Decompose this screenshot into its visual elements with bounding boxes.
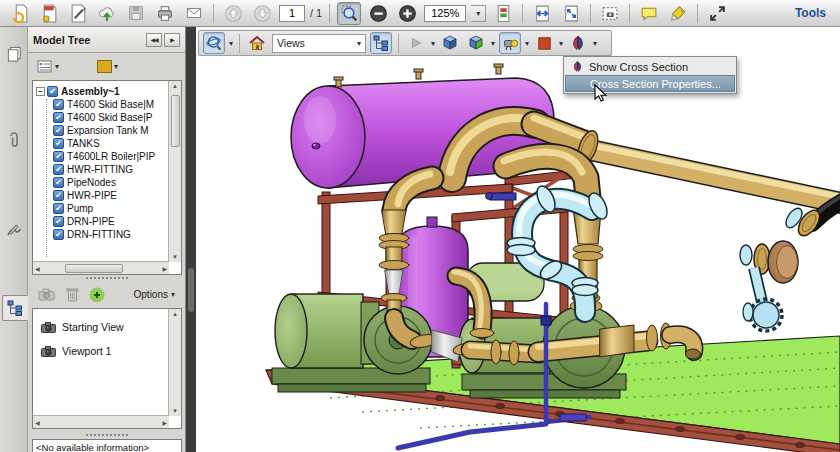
checkbox-checked-icon[interactable]: ✔ bbox=[47, 86, 58, 97]
tree-item-tanks[interactable]: ✔TANKS bbox=[33, 137, 169, 150]
tree-item-drn-pipe[interactable]: ✔DRN-PIPE bbox=[33, 215, 169, 228]
rotate-tool-icon[interactable] bbox=[203, 32, 225, 54]
render-mode-cube-icon[interactable] bbox=[465, 32, 487, 54]
comment-bubble-icon[interactable] bbox=[637, 2, 661, 25]
page-number-input[interactable] bbox=[279, 5, 305, 22]
menu-item-show-cross-section[interactable]: Show Cross Section bbox=[565, 58, 735, 75]
cross-section-icon[interactable] bbox=[567, 32, 589, 54]
use-3d-tool-cube-icon[interactable] bbox=[439, 32, 461, 54]
tree-item-expansion-tank-m[interactable]: ✔Expansion Tank M bbox=[33, 124, 169, 137]
zoom-level-input[interactable] bbox=[424, 5, 466, 22]
expander-icon[interactable]: − bbox=[36, 87, 45, 96]
tree-item-pump[interactable]: ✔Pump bbox=[33, 202, 169, 215]
checkbox-checked-icon[interactable]: ✔ bbox=[53, 229, 64, 240]
model-tree-rail-icon[interactable] bbox=[2, 295, 28, 321]
render-mode-dropdown-icon[interactable]: ▾ bbox=[491, 39, 495, 48]
scroll-right-icon[interactable]: ▶ bbox=[162, 419, 167, 426]
signatures-icon[interactable] bbox=[2, 217, 26, 243]
scrollbar-thumb[interactable] bbox=[65, 264, 123, 273]
lighting-icon[interactable] bbox=[499, 32, 521, 54]
zoom-dropdown-arrow-icon[interactable]: ▾ bbox=[471, 5, 486, 22]
model-tree-toggle-icon[interactable] bbox=[370, 32, 392, 54]
cross-section-dropdown-icon[interactable]: ▾ bbox=[593, 39, 597, 48]
views-vertical-scrollbar[interactable]: ▲ ▼ bbox=[168, 309, 181, 416]
tree-item-drn-fitting[interactable]: ✔DRN-FITTING bbox=[33, 228, 169, 241]
next-page-icon[interactable] bbox=[250, 2, 274, 25]
delete-view-trash-icon[interactable] bbox=[66, 287, 79, 302]
highlight-color-button[interactable]: ▾ bbox=[94, 58, 121, 75]
gutter-scroll-thumb[interactable] bbox=[188, 268, 194, 312]
rotate-dropdown-icon[interactable]: ▾ bbox=[229, 39, 233, 48]
collapse-panel-button[interactable]: ◀◀ bbox=[146, 33, 162, 47]
lighting-dropdown-icon[interactable]: ▾ bbox=[525, 39, 529, 48]
scroll-down-icon[interactable]: ▼ bbox=[172, 408, 178, 414]
convert-pdf-icon[interactable] bbox=[8, 2, 32, 25]
attachments-icon[interactable] bbox=[2, 127, 26, 153]
view-item-viewport-1[interactable]: Viewport 1 bbox=[33, 339, 169, 363]
fit-width-icon[interactable] bbox=[530, 2, 554, 25]
background-color-icon[interactable] bbox=[533, 32, 555, 54]
checkbox-checked-icon[interactable]: ✔ bbox=[53, 164, 64, 175]
checkbox-checked-icon[interactable]: ✔ bbox=[53, 190, 64, 201]
tree-item-t4600-skid-base-p[interactable]: ✔T4600 Skid Base|P bbox=[33, 111, 169, 124]
view-item-starting-view[interactable]: Starting View bbox=[33, 315, 169, 339]
scroll-left-icon[interactable]: ◀ bbox=[35, 265, 40, 272]
tree-item-t4600lr-boiler-pip[interactable]: ✔T4600LR Boiler|PIP bbox=[33, 150, 169, 163]
highlight-text-icon[interactable] bbox=[666, 2, 690, 25]
blind-flange-assembly[interactable] bbox=[740, 241, 798, 331]
tree-horizontal-scrollbar[interactable]: ◀ ▶ bbox=[33, 261, 169, 274]
panel-splitter[interactable] bbox=[28, 432, 185, 438]
checkbox-checked-icon[interactable]: ✔ bbox=[53, 99, 64, 110]
tools-button[interactable]: Tools bbox=[795, 6, 832, 20]
tree-options-button[interactable]: ▾ bbox=[34, 58, 62, 76]
checkbox-checked-icon[interactable]: ✔ bbox=[53, 151, 64, 162]
previous-page-icon[interactable] bbox=[221, 2, 245, 25]
views-options-button[interactable]: Options ▾ bbox=[134, 289, 175, 300]
scroll-right-icon[interactable]: ▶ bbox=[162, 265, 167, 272]
set-view-camera-icon[interactable] bbox=[38, 288, 56, 301]
views-dropdown[interactable]: Views ▾ bbox=[272, 34, 366, 53]
scrollbar-thumb[interactable] bbox=[171, 95, 180, 147]
zoom-out-icon[interactable] bbox=[366, 2, 390, 25]
tree-vertical-scrollbar[interactable]: ▲ ▼ bbox=[168, 81, 181, 262]
default-view-home-icon[interactable] bbox=[246, 32, 268, 54]
marquee-zoom-icon[interactable] bbox=[337, 2, 361, 25]
scroll-up-icon[interactable]: ▲ bbox=[172, 83, 178, 89]
save-file-icon[interactable] bbox=[124, 2, 148, 25]
page-thumbnails-icon[interactable] bbox=[2, 41, 26, 67]
pdf-page[interactable]: ▾ Views ▾ ▾ ▾ ▾ ▾ bbox=[196, 27, 840, 452]
tree-item-hwr-fitting[interactable]: ✔HWR-FITTING bbox=[33, 163, 169, 176]
snapshot-icon[interactable] bbox=[598, 2, 622, 25]
page-total-label: / 1 bbox=[310, 7, 322, 19]
tree-item-assembly-1[interactable]: −✔Assembly~1 bbox=[33, 85, 169, 98]
create-pdf-icon[interactable] bbox=[37, 2, 61, 25]
checkbox-checked-icon[interactable]: ✔ bbox=[53, 216, 64, 227]
checkbox-checked-icon[interactable]: ✔ bbox=[53, 138, 64, 149]
checkbox-checked-icon[interactable]: ✔ bbox=[53, 112, 64, 123]
tree-item-pipenodes[interactable]: ✔PipeNodes bbox=[33, 176, 169, 189]
checkbox-checked-icon[interactable]: ✔ bbox=[53, 203, 64, 214]
3d-model-viewport[interactable] bbox=[196, 27, 840, 452]
share-cloud-icon[interactable] bbox=[95, 2, 119, 25]
fit-page-icon[interactable] bbox=[559, 2, 583, 25]
background-dropdown-icon[interactable]: ▾ bbox=[559, 39, 563, 48]
play-animation-icon[interactable] bbox=[405, 32, 427, 54]
fullscreen-icon[interactable] bbox=[705, 2, 729, 25]
tree-item-t4600-skid-base-m[interactable]: ✔T4600 Skid Base|M bbox=[33, 98, 169, 111]
play-dropdown-icon[interactable]: ▾ bbox=[431, 39, 435, 48]
email-icon[interactable] bbox=[182, 2, 206, 25]
sign-document-icon[interactable] bbox=[66, 2, 90, 25]
checkbox-checked-icon[interactable]: ✔ bbox=[53, 177, 64, 188]
checkbox-checked-icon[interactable]: ✔ bbox=[53, 125, 64, 136]
add-view-button[interactable] bbox=[89, 287, 105, 303]
views-horizontal-scrollbar[interactable]: ◀ ▶ bbox=[33, 415, 169, 428]
tree-item-hwr-pipe[interactable]: ✔HWR-PIPE bbox=[33, 189, 169, 202]
page-display-icon[interactable] bbox=[491, 2, 515, 25]
menu-item-cross-section-properties[interactable]: Cross Section Properties... bbox=[565, 75, 735, 92]
scroll-left-icon[interactable]: ◀ bbox=[35, 419, 40, 426]
scroll-up-icon[interactable]: ▲ bbox=[172, 311, 178, 317]
expand-panel-button[interactable]: ▶ bbox=[164, 33, 180, 47]
print-icon[interactable] bbox=[153, 2, 177, 25]
zoom-in-icon[interactable] bbox=[395, 2, 419, 25]
scroll-down-icon[interactable]: ▼ bbox=[172, 254, 178, 260]
